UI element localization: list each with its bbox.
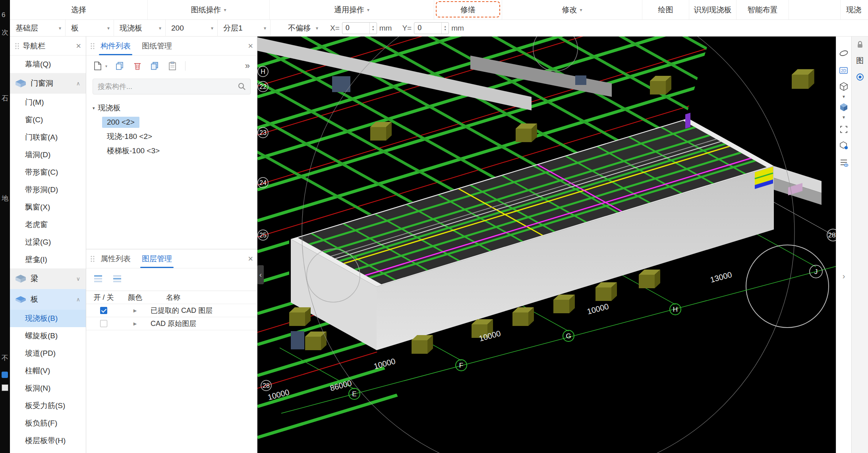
cube-filled-icon[interactable]	[839, 102, 849, 114]
viewport-canvas[interactable]: E F G H J 28 10000 86000 10000 10000 100…	[257, 37, 836, 453]
sidebar-item-ramp[interactable]: 坡道(PD)	[10, 345, 86, 362]
tab-sheet-management[interactable]: 图纸管理	[136, 37, 178, 55]
sidebar-item-strip-window[interactable]: 带形窗(C)	[10, 164, 86, 181]
sidebar-item-slab-rebar[interactable]: 板受力筋(S)	[10, 397, 86, 414]
chevron-down-icon[interactable]: ∨	[76, 276, 80, 282]
viewport-3d[interactable]: E F G H J 28 10000 86000 10000 10000 100…	[257, 37, 836, 453]
floor-select[interactable]: 基础层▾	[10, 20, 66, 37]
ribbon-group-general-ops[interactable]: 通用操作▾	[270, 0, 434, 19]
sidebar-item-column-cap[interactable]: 柱帽(V)	[10, 362, 86, 380]
layer-visibility-checkbox[interactable]	[100, 320, 107, 327]
ribbon-group-sheet-ops[interactable]: 图纸操作▾	[148, 0, 270, 19]
grip-dots-icon[interactable]	[90, 42, 95, 50]
grip-dots-icon[interactable]	[15, 42, 19, 50]
layer-row-extracted[interactable]: ▶ 已提取的 CAD 图层	[86, 304, 257, 317]
more-tools-button[interactable]: »	[245, 61, 250, 71]
new-component-button[interactable]	[93, 61, 102, 71]
ribbon-group-modify[interactable]: 修改▾	[502, 0, 642, 19]
expand-right-icon[interactable]: ▶	[133, 321, 137, 326]
sidebar-section-openings[interactable]: 门窗洞 ∧	[10, 73, 86, 94]
search-input[interactable]	[93, 83, 238, 91]
sidebar-item-slab-negative-rebar[interactable]: 板负筋(F)	[10, 414, 86, 432]
x-value-field[interactable]	[342, 23, 369, 33]
y-spinner[interactable]: ▲▼	[441, 23, 448, 34]
tree-root-cast-slab[interactable]: ▾ 现浇板	[86, 101, 257, 115]
display-list-icon[interactable]	[839, 158, 849, 169]
spin-down-icon[interactable]: ▼	[372, 28, 375, 31]
spin-down-icon[interactable]: ▼	[444, 28, 447, 31]
layer-list-icon-button[interactable]	[93, 274, 104, 285]
chevron-down-icon[interactable]: ▼	[842, 115, 846, 120]
collapse-right-handle[interactable]: ›	[843, 272, 845, 281]
isolate-cube-icon[interactable]	[839, 141, 849, 152]
tree-item-cast-180[interactable]: 现浇-180 <2>	[86, 129, 257, 144]
sidebar-item-door-window[interactable]: 门联窗(A)	[10, 129, 86, 146]
chevron-up-icon[interactable]: ∧	[76, 80, 80, 87]
slab-model[interactable]	[291, 113, 822, 350]
ribbon-group-draw[interactable]: 绘图	[642, 0, 689, 19]
ribbon-group-cast[interactable]: 现浇	[841, 0, 868, 19]
paste-component-button[interactable]	[168, 61, 177, 71]
ribbon-group-identify-slab[interactable]: 识别现浇板	[689, 0, 737, 19]
chevron-down-icon[interactable]: ▾	[105, 64, 107, 68]
lock-icon[interactable]	[856, 40, 864, 50]
layer-state-icon-button[interactable]	[112, 274, 123, 285]
component-list-section: 构件列表 图纸管理 × ▾ » ▾ 现浇板	[86, 37, 257, 249]
collapse-left-handle[interactable]: ‹	[257, 265, 264, 284]
search-icon[interactable]	[238, 82, 246, 91]
chevron-up-icon[interactable]: ∧	[76, 296, 80, 303]
sidebar-item-door[interactable]: 门(M)	[10, 94, 86, 111]
ribbon-group-repair[interactable]: 修缮	[434, 0, 502, 19]
ribbon-group-select[interactable]: 选择	[10, 0, 148, 19]
duplicate-component-button[interactable]	[150, 61, 160, 71]
close-icon[interactable]: ×	[76, 42, 81, 50]
tab-layer-management[interactable]: 图层管理	[136, 249, 178, 268]
tree-item-stair-100[interactable]: 楼梯板-100 <3>	[86, 144, 257, 158]
expand-right-icon[interactable]: ▶	[133, 308, 137, 313]
close-icon[interactable]: ×	[248, 254, 253, 264]
element-select[interactable]: 现浇板▾	[114, 20, 166, 37]
cube-outline-icon[interactable]	[839, 82, 849, 93]
offset-select[interactable]: 不偏移▾	[282, 20, 322, 37]
left-strip-char: 不	[2, 353, 8, 362]
sidebar-item-lintel[interactable]: 过梁(G)	[10, 233, 86, 251]
category-select[interactable]: 板▾	[66, 20, 114, 37]
panel-vertical-label[interactable]: 图	[856, 56, 864, 66]
copy-component-button[interactable]	[115, 61, 125, 71]
view-2d-icon[interactable]: 2D	[839, 66, 849, 77]
tree-expander-icon[interactable]: ▾	[93, 106, 95, 111]
sidebar-item-floor-slab-band[interactable]: 楼层板带(H)	[10, 432, 86, 449]
selection-corners-icon[interactable]	[839, 125, 849, 136]
sidebar-item-spiral-slab[interactable]: 螺旋板(B)	[10, 327, 86, 345]
sidebar-item-cast-slab[interactable]: 现浇板(B)	[10, 310, 86, 327]
sidebar-item-window[interactable]: 窗(C)	[10, 111, 86, 129]
grip-dots-icon[interactable]	[90, 255, 95, 263]
ribbon-group-smart-layout[interactable]: 智能布置	[737, 0, 789, 19]
tab-component-list[interactable]: 构件列表	[95, 37, 136, 55]
chevron-down-icon: ▾	[367, 7, 369, 13]
sidebar-section-beam[interactable]: 梁 ∨	[10, 268, 86, 289]
y-value-field[interactable]	[414, 23, 441, 33]
sidebar-section-slab[interactable]: 板 ∧	[10, 289, 86, 310]
layer-select[interactable]: 分层1▾	[218, 20, 271, 37]
tree-item-200[interactable]: 200 <2>	[86, 115, 257, 129]
spin-up-icon[interactable]: ▲	[444, 25, 447, 28]
sidebar-item-wall-hole[interactable]: 墙洞(D)	[10, 146, 86, 164]
sidebar-item-strip-hole[interactable]: 带形洞(D)	[10, 181, 86, 199]
chevron-down-icon[interactable]: ▼	[842, 94, 846, 99]
layer-row-original[interactable]: ▶ CAD 原始图层	[86, 317, 257, 330]
layer-visibility-checkbox[interactable]	[100, 307, 107, 314]
sidebar-item-slab-hole[interactable]: 板洞(N)	[10, 380, 86, 397]
sidebar-item-bay-window[interactable]: 飘窗(X)	[10, 199, 86, 216]
tab-property-list[interactable]: 属性列表	[95, 249, 136, 268]
sidebar-item-curtainwall[interactable]: 幕墙(Q)	[10, 56, 86, 73]
close-icon[interactable]: ×	[248, 41, 253, 51]
radio-selected-icon[interactable]	[856, 73, 864, 83]
orbit-view-icon[interactable]	[839, 48, 849, 60]
spin-up-icon[interactable]: ▲	[372, 25, 375, 28]
x-spinner[interactable]: ▲▼	[369, 23, 377, 34]
delete-component-button[interactable]	[133, 61, 142, 71]
sidebar-item-niche[interactable]: 壁龛(I)	[10, 251, 86, 268]
sidebar-item-dormer[interactable]: 老虎窗	[10, 216, 86, 233]
size-select[interactable]: 200▾	[166, 20, 218, 37]
